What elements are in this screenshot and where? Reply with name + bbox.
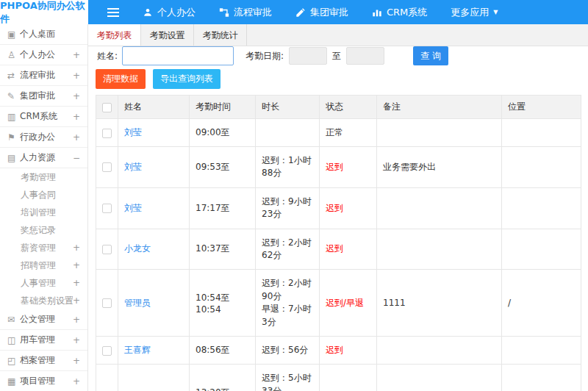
nav-crm-system[interactable]: CRM系统 [372, 6, 427, 19]
cell-location: / [502, 365, 581, 391]
table-row: 王喜辉 08:56至 迟到：56分 迟到 [96, 336, 581, 364]
cell-location [502, 119, 581, 147]
expand-toggle[interactable]: − [73, 153, 80, 163]
top-header: PHPOA协同办公软件 个人办公 流程审批 集团审批 CRM系统 更多应用 ▼ [0, 0, 588, 24]
sidebar-subitem[interactable]: 奖惩记录 [0, 221, 87, 239]
to-label: 至 [332, 50, 341, 62]
nav-label: 个人办公 [157, 6, 196, 19]
cell-status: 迟到 [320, 187, 377, 229]
export-list-button[interactable]: 导出查询列表 [153, 69, 220, 89]
expand-toggle[interactable]: + [73, 278, 80, 288]
tab[interactable]: 考勤设置 [141, 24, 194, 46]
row-checkbox[interactable] [102, 204, 112, 213]
cell-name: 王喜辉 [118, 336, 190, 364]
sidebar-item[interactable]: ◫ 用车管理 + [0, 330, 87, 351]
expand-toggle[interactable]: + [73, 71, 80, 81]
sidebar-item-label: 档案管理 [20, 354, 73, 367]
cell-duration: 迟到：1小时88分 [256, 147, 320, 188]
car-icon: ◫ [7, 335, 20, 345]
table-row: 刘莹 17:17至 迟到：9小时23分 迟到 [96, 187, 581, 229]
cell-duration: 迟到：9小时23分 [256, 187, 320, 229]
sidebar-item[interactable]: ▣ 个人桌面 [0, 24, 87, 45]
cell-note [377, 229, 502, 270]
tab[interactable]: 考勤统计 [194, 24, 247, 46]
employee-name-link[interactable]: 管理员 [124, 298, 151, 308]
row-checkbox[interactable] [102, 162, 112, 172]
clean-data-button[interactable]: 清理数据 [96, 69, 146, 89]
search-button[interactable]: 查 询 [413, 46, 448, 65]
date-from-input[interactable] [289, 47, 327, 65]
expand-toggle[interactable]: + [73, 356, 80, 366]
sidebar-subitem[interactable]: 人事管理 + [0, 274, 87, 292]
sidebar-item[interactable]: ▦ 项目管理 + [0, 371, 87, 391]
table-header-row: 姓名 考勤时间 时长 状态 备注 位置 [96, 96, 581, 119]
row-checkbox[interactable] [102, 129, 112, 138]
name-filter-input[interactable] [122, 46, 234, 65]
cell-note: 1111 [377, 270, 502, 337]
sidebar-item[interactable]: ♙ 个人办公 + [0, 45, 87, 65]
date-to-input[interactable] [346, 47, 384, 65]
sidebar-item[interactable]: ▥ CRM系统 + [0, 107, 87, 127]
row-checkbox[interactable] [102, 298, 112, 308]
sidebar-subitem[interactable]: 招聘管理 + [0, 257, 87, 274]
cell-status: 迟到 [320, 336, 377, 364]
nav-more-apps[interactable]: 更多应用 ▼ [451, 6, 498, 19]
cell-note: 业务需要外出 [377, 147, 502, 188]
sidebar-subitem-label: 基础类别设置 [21, 295, 73, 307]
sidebar-subitem[interactable]: 考勤管理 [0, 168, 87, 186]
expand-toggle[interactable]: + [73, 50, 80, 60]
tab[interactable]: 考勤列表 [88, 24, 141, 46]
employee-name-link[interactable]: 刘莹 [124, 162, 142, 172]
sidebar-item-label: 流程审批 [20, 69, 73, 82]
sidebar-subitem-label: 考勤管理 [21, 171, 80, 184]
sidebar-item[interactable]: ⇄ 流程审批 + [0, 65, 87, 86]
employee-name-link[interactable]: 刘莹 [124, 127, 142, 137]
attendance-table: 姓名 考勤时间 时长 状态 备注 位置 [96, 95, 581, 391]
sidebar-subitem[interactable]: 培训管理 [0, 204, 87, 221]
admin-icon: ⚑ [7, 132, 20, 143]
expand-toggle[interactable]: + [73, 335, 80, 345]
cell-time: 17:17至 [190, 187, 256, 229]
table-row: 刘莹 09:00至 正常 [96, 119, 581, 147]
row-checkbox[interactable] [102, 245, 112, 254]
expand-toggle[interactable]: + [73, 376, 80, 387]
cell-name: 黄蓉 [118, 365, 190, 391]
sidebar-item[interactable]: ✎ 集团审批 + [0, 86, 87, 107]
expand-toggle[interactable]: + [73, 132, 80, 143]
app-logo[interactable]: PHPOA协同办公软件 [0, 0, 88, 24]
sidebar-item[interactable]: ✉ 公文管理 + [0, 309, 87, 330]
nav-label: 更多应用 [451, 6, 489, 19]
select-all-checkbox[interactable] [102, 103, 112, 112]
action-buttons: 清理数据 导出查询列表 [88, 65, 588, 95]
expand-toggle[interactable]: + [73, 112, 80, 122]
row-checkbox[interactable] [102, 346, 112, 356]
document-icon: ✉ [7, 315, 20, 325]
expand-toggle[interactable]: + [73, 295, 80, 306]
nav-group-approval[interactable]: 集团审批 [295, 6, 348, 19]
expand-toggle[interactable]: + [73, 91, 80, 101]
cell-duration [256, 119, 320, 147]
approval-icon: ✎ [7, 91, 20, 101]
sidebar-subitem[interactable]: 人事合同 [0, 186, 87, 204]
caret-down-icon: ▼ [493, 10, 498, 15]
sidebar-item[interactable]: ◰ 档案管理 + [0, 351, 87, 371]
employee-name-link[interactable]: 小龙女 [124, 243, 151, 254]
employee-name-link[interactable]: 王喜辉 [124, 345, 151, 355]
column-header: 考勤时间 [190, 96, 256, 119]
row-checkbox-cell [96, 187, 118, 229]
nav-personal-office[interactable]: 个人办公 [143, 6, 196, 19]
sidebar-item[interactable]: ⚑ 行政办公 + [0, 127, 87, 148]
expand-toggle[interactable]: + [73, 260, 80, 270]
expand-toggle[interactable]: + [73, 243, 80, 253]
sidebar-subitem[interactable]: 基础类别设置 + [0, 292, 87, 309]
expand-toggle[interactable]: + [73, 315, 80, 325]
employee-name-link[interactable]: 刘莹 [124, 203, 142, 213]
menu-toggle-icon[interactable] [107, 8, 119, 17]
sidebar-item[interactable]: ▤ 人力资源 − [0, 148, 87, 168]
sidebar-subitem[interactable]: 薪资管理 + [0, 239, 87, 257]
column-header: 姓名 [118, 96, 190, 119]
nav-workflow-approval[interactable]: 流程审批 [219, 6, 272, 19]
tab-bar: 考勤列表 考勤设置 考勤统计 [88, 24, 588, 46]
sidebar-item-label: 集团审批 [20, 90, 73, 102]
cell-note [377, 187, 502, 229]
